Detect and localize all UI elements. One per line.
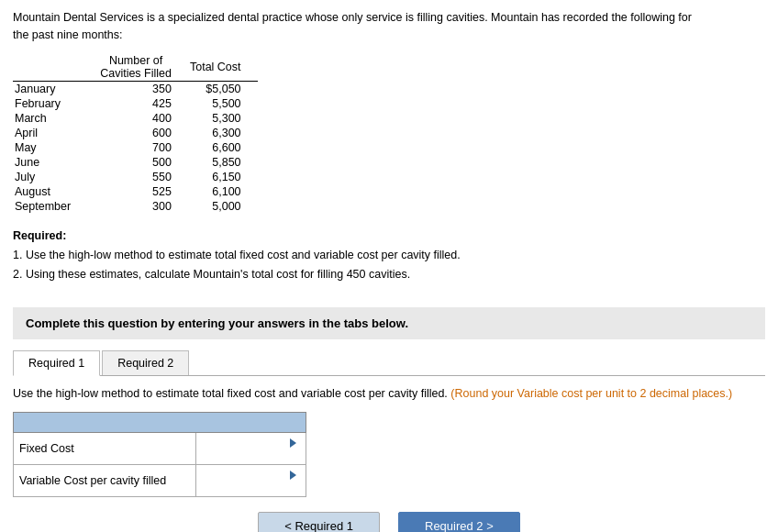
tab-required2-label: Required 2: [117, 357, 173, 370]
table-cavities: 400: [98, 111, 188, 126]
required-label: Required:: [13, 229, 66, 242]
next-button[interactable]: Required 2 >: [398, 512, 520, 532]
table-cavities: 550: [98, 170, 188, 184]
intro-paragraph: Mountain Dental Services is a specialize…: [13, 9, 765, 44]
answer-label: Fixed Cost: [14, 433, 196, 465]
arrow-icon: [290, 471, 296, 480]
table-row: January: [13, 81, 98, 96]
table-cost: 5,500: [188, 96, 258, 111]
answer-label: Variable Cost per cavity filled: [14, 465, 196, 497]
table-row: March: [13, 111, 98, 126]
tabs-row: Required 1 Required 2: [13, 350, 765, 376]
table-cost: 6,100: [188, 184, 258, 199]
table-cavities: 500: [98, 155, 188, 170]
instruction-normal: Use the high-low method to estimate tota…: [13, 387, 448, 400]
col-cavities: Number ofCavities Filled: [98, 53, 188, 82]
table-cost: $5,050: [188, 81, 258, 96]
table-row: May: [13, 140, 98, 155]
table-row: July: [13, 170, 98, 184]
complete-box: Complete this question by entering your …: [13, 307, 765, 339]
answer-input-cell: [196, 433, 306, 465]
answer-input-cell: [196, 465, 306, 497]
nav-buttons: < Required 1 Required 2 >: [13, 512, 765, 532]
intro-line2: the past nine months:: [13, 28, 123, 41]
table-row: September: [13, 199, 98, 214]
table-cavities: 300: [98, 199, 188, 214]
answer-table-header: [14, 413, 306, 433]
col-cost: Total Cost: [188, 53, 258, 82]
answer-input[interactable]: [202, 449, 300, 461]
arrow-icon: [290, 438, 296, 448]
table-cost: 5,300: [188, 111, 258, 126]
prev-button-label: < Required 1: [284, 519, 353, 532]
table-row: August: [13, 184, 98, 199]
required-section: Required: 1. Use the high-low method to …: [13, 227, 765, 285]
table-cost: 6,150: [188, 170, 258, 184]
complete-box-text: Complete this question by entering your …: [26, 316, 408, 330]
table-cavities: 425: [98, 96, 188, 111]
table-row: April: [13, 126, 98, 140]
prev-button[interactable]: < Required 1: [258, 512, 380, 532]
table-cost: 6,300: [188, 126, 258, 140]
instruction-orange: (Round your Variable cost per unit to 2 …: [450, 387, 732, 400]
tab-required2[interactable]: Required 2: [102, 350, 189, 375]
table-cavities: 600: [98, 126, 188, 140]
intro-line1: Mountain Dental Services is a specialize…: [13, 11, 692, 24]
table-cost: 5,850: [188, 155, 258, 170]
tab1-instruction: Use the high-low method to estimate tota…: [13, 385, 765, 403]
tab-required1-label: Required 1: [28, 357, 84, 370]
required-item1: 1. Use the high-low method to estimate t…: [13, 246, 765, 265]
table-cavities: 350: [98, 81, 188, 96]
table-cost: 5,000: [188, 199, 258, 214]
answer-input[interactable]: [202, 481, 300, 493]
next-button-label: Required 2 >: [425, 519, 494, 532]
table-row: June: [13, 155, 98, 170]
table-row: February: [13, 96, 98, 111]
required-item2: 2. Using these estimates, calculate Moun…: [13, 265, 765, 284]
tab-required1[interactable]: Required 1: [13, 350, 100, 376]
answer-table: Fixed CostVariable Cost per cavity fille…: [13, 412, 306, 497]
data-table: Number ofCavities Filled Total Cost Janu…: [13, 53, 258, 214]
col-month: [13, 53, 98, 82]
table-cavities: 525: [98, 184, 188, 199]
table-cost: 6,600: [188, 140, 258, 155]
table-cavities: 700: [98, 140, 188, 155]
